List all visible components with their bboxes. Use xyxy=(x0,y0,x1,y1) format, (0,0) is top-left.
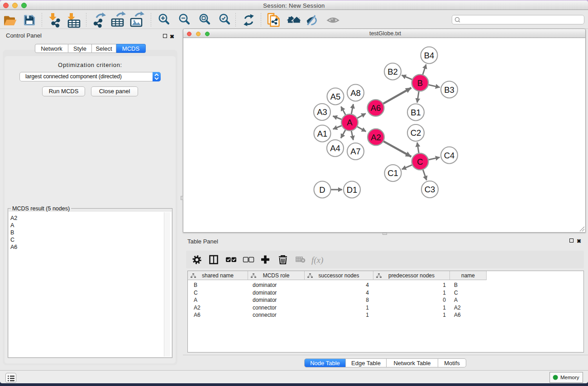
svg-text:A: A xyxy=(347,118,353,127)
svg-text:A8: A8 xyxy=(350,88,361,98)
svg-text:B4: B4 xyxy=(424,51,435,60)
svg-text:C: C xyxy=(417,157,423,167)
svg-text:f(x): f(x) xyxy=(311,255,323,265)
svg-text:C3: C3 xyxy=(425,185,435,194)
svg-text:A7: A7 xyxy=(350,147,361,156)
svg-text:B3: B3 xyxy=(444,85,454,95)
svg-text:C2: C2 xyxy=(411,128,421,138)
svg-text:A4: A4 xyxy=(330,143,340,153)
svg-text:Memory: Memory xyxy=(560,375,579,380)
svg-text:A1: A1 xyxy=(317,129,328,138)
svg-text:D: D xyxy=(319,185,325,195)
svg-text:A5: A5 xyxy=(330,92,341,101)
svg-text:B1: B1 xyxy=(411,108,421,117)
svg-text:B: B xyxy=(417,78,423,88)
svg-text:B2: B2 xyxy=(387,67,398,76)
svg-text:A3: A3 xyxy=(317,107,327,117)
svg-text:A6: A6 xyxy=(371,103,381,113)
svg-text:C1: C1 xyxy=(387,168,398,178)
svg-text:D1: D1 xyxy=(347,185,358,195)
svg-text:C4: C4 xyxy=(444,151,455,160)
svg-text:A2: A2 xyxy=(371,133,381,142)
